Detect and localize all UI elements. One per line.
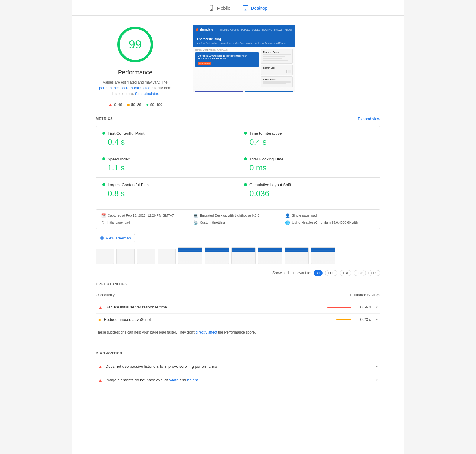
metric-lcp: Largest Contentful Paint 0.8 s <box>96 178 238 203</box>
opp-row-server[interactable]: ▲ Reduce initial server response time 0.… <box>96 301 380 314</box>
filter-fcp[interactable]: FCP <box>325 270 337 276</box>
film-frame-7 <box>231 247 256 264</box>
opp-row-js[interactable]: ■ Reduce unused JavaScript 0.23 s ▾ <box>96 314 380 326</box>
info-throttling: 📡 Custom throttling <box>193 220 283 225</box>
score-description: Values are estimated and may vary. The p… <box>96 80 174 97</box>
metrics-section-header: METRICS Expand view <box>96 117 380 121</box>
score-value: 99 <box>129 38 142 51</box>
opp-js-savings: 0.23 s <box>354 317 371 322</box>
info-captured-text: Captured at Feb 18, 2022, 12:29 PM GMT+7 <box>108 214 174 217</box>
person-icon: 👤 <box>285 213 290 218</box>
metric-si-value: 1.1 s <box>108 163 232 173</box>
opp-note: These suggestions can help your page loa… <box>96 326 380 339</box>
screenshot-container: Themeisle THEMES PLUGINS POPULAR GUIDES … <box>193 25 295 92</box>
info-captured: 📅 Captured at Feb 18, 2022, 12:29 PM GMT… <box>101 213 191 218</box>
diagnostics-title: DIAGNOSTICS <box>96 351 122 355</box>
performance-score-link[interactable]: performance score is calculated <box>99 86 150 90</box>
legend-red-range: 0–49 <box>114 103 122 107</box>
metric-si-name: Speed Index <box>108 157 130 161</box>
info-browser-text: Using HeadlessChromium 95.0.4638.69 with… <box>292 221 360 224</box>
metric-cls-dot <box>244 183 247 186</box>
filter-all[interactable]: All <box>314 270 323 276</box>
height-link[interactable]: height <box>187 378 198 382</box>
tab-desktop[interactable]: Desktop <box>243 5 268 15</box>
info-initial-load-text: Initial page load <box>107 221 130 224</box>
opp-server-savings: 0.66 s <box>354 305 371 309</box>
metric-fcp-name: First Contentful Paint <box>108 131 144 136</box>
info-emulated: 💻 Emulated Desktop with Lighthouse 9.0.0 <box>193 213 283 218</box>
main-content: 99 Performance Values are estimated and … <box>72 16 404 402</box>
film-frame-5 <box>178 247 202 264</box>
diag-row-passive[interactable]: ▲ Does not use passive listeners to impr… <box>96 360 380 373</box>
width-link[interactable]: width <box>169 378 178 382</box>
opp-js-chevron: ▾ <box>376 317 378 322</box>
metric-si-dot <box>102 157 105 160</box>
opp-col-opportunity: Opportunity <box>96 293 115 297</box>
metric-si: Speed Index 1.1 s <box>96 152 238 178</box>
metric-tbt-value: 0 ms <box>249 163 374 173</box>
tab-mobile[interactable]: Mobile <box>208 5 230 15</box>
metric-cls: Cumulative Layout Shift 0.036 <box>238 178 380 203</box>
svg-rect-2 <box>243 6 248 9</box>
score-left: 99 Performance Values are estimated and … <box>96 25 174 107</box>
legend-green-range: 90–100 <box>150 103 162 107</box>
legend-green: ● 90–100 <box>146 102 162 107</box>
metrics-grid: First Contentful Paint 0.4 s Time to Int… <box>96 126 380 203</box>
metric-tbt: Total Blocking Time 0 ms <box>238 152 380 178</box>
metric-fcp: First Contentful Paint 0.4 s <box>96 126 238 152</box>
metrics-title: METRICS <box>96 117 113 120</box>
diagnostics-section: DIAGNOSTICS ▲ Does not use passive liste… <box>96 351 380 387</box>
opp-server-chevron: ▾ <box>376 305 378 309</box>
film-frame-8 <box>258 247 282 264</box>
diag-passive-name: Does not use passive listeners to improv… <box>106 364 217 369</box>
metric-lcp-dot <box>102 183 105 186</box>
svg-rect-5 <box>100 236 102 238</box>
calendar-icon: 📅 <box>101 213 106 218</box>
treemap-button[interactable]: View Treemap <box>96 234 135 242</box>
opp-js-bar-container: 0.23 s ▾ <box>336 317 378 322</box>
legend-red: ▲ 0–49 <box>108 102 122 107</box>
filter-tbt[interactable]: TBT <box>340 270 351 276</box>
diag-passive-icon: ▲ <box>98 364 103 369</box>
legend-orange-icon: ■ <box>127 102 130 107</box>
film-frame-4 <box>158 249 176 264</box>
desktop-icon <box>243 5 249 11</box>
clock-icon: ⏱ <box>101 220 105 225</box>
film-frame-3 <box>137 249 155 264</box>
metric-cls-value: 0.036 <box>249 189 374 198</box>
opp-col-savings: Estimated Savings <box>350 293 380 297</box>
opp-js-name: Reduce unused JavaScript <box>104 317 336 322</box>
svg-rect-7 <box>100 238 102 240</box>
opp-server-name: Reduce initial server response time <box>106 305 327 309</box>
info-browser: 🌐 Using HeadlessChromium 95.0.4638.69 wi… <box>285 220 375 225</box>
film-frame-9 <box>285 247 309 264</box>
svg-point-1 <box>211 9 212 10</box>
filter-lcp[interactable]: LCP <box>354 270 366 276</box>
filter-cls[interactable]: CLS <box>368 270 380 276</box>
diag-row-img[interactable]: ▲ Image elements do not have explicit wi… <box>96 373 380 387</box>
opp-column-headers: Opportunity Estimated Savings <box>96 291 380 300</box>
directly-affect-link[interactable]: directly affect <box>196 330 217 334</box>
laptop-icon: 💻 <box>193 213 198 218</box>
expand-view-link[interactable]: Expand view <box>358 117 380 121</box>
opp-server-bar <box>327 307 351 308</box>
metric-tti-dot <box>244 132 247 135</box>
audit-filter: Show audits relevant to: All FCP TBT LCP… <box>96 270 380 276</box>
metric-tbt-dot <box>244 157 247 160</box>
score-legend: ▲ 0–49 ■ 50–89 ● 90–100 <box>96 102 174 107</box>
page-wrapper: Mobile Desktop 99 Performance <box>72 0 404 454</box>
legend-orange-range: 50–89 <box>131 103 141 107</box>
metric-fcp-value: 0.4 s <box>108 137 232 147</box>
metric-lcp-value: 0.8 s <box>108 189 232 198</box>
diag-img-name: Image elements do not have explicit widt… <box>106 378 198 382</box>
audit-filter-label: Show audits relevant to: <box>272 271 311 275</box>
info-single-page-text: Single page load <box>292 214 317 217</box>
screenshot-mock: Themeisle THEMES PLUGINS POPULAR GUIDES … <box>193 25 295 92</box>
info-emulated-text: Emulated Desktop with Lighthouse 9.0.0 <box>200 214 259 217</box>
score-label: Performance <box>96 69 174 76</box>
metric-fcp-dot <box>102 132 105 135</box>
signal-icon: 📡 <box>193 220 198 225</box>
treemap-label: View Treemap <box>106 236 131 240</box>
calculator-link[interactable]: See calculator. <box>135 92 159 96</box>
opportunities-section: OPPORTUNITIES Opportunity Estimated Savi… <box>96 282 380 339</box>
